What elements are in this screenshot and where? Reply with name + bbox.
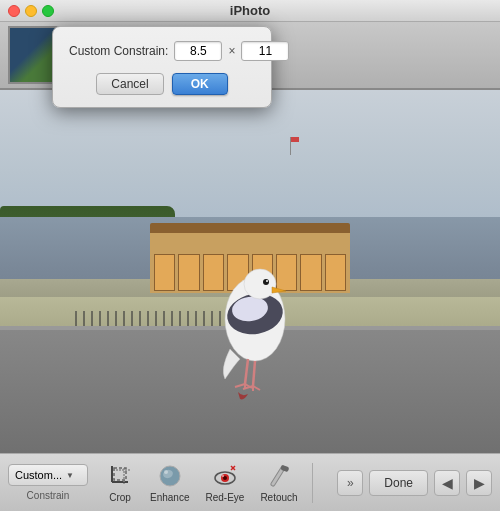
forward-button[interactable]: » <box>337 470 363 496</box>
toolbar-separator <box>312 463 313 503</box>
svg-line-13 <box>253 386 260 390</box>
enhance-label: Enhance <box>150 492 189 503</box>
window-title: iPhoto <box>230 3 270 18</box>
svg-line-7 <box>235 384 245 387</box>
svg-line-30 <box>273 468 283 484</box>
seagull <box>190 209 320 409</box>
redeye-icon <box>211 462 239 490</box>
x-separator: × <box>228 44 235 58</box>
enhance-tool-button[interactable]: Enhance <box>144 459 195 506</box>
flag-banner <box>291 137 299 142</box>
custom-constrain-dialog: Custom Constrain: × Cancel OK <box>52 26 272 108</box>
retouch-label: Retouch <box>260 492 297 503</box>
width-input[interactable] <box>174 41 222 61</box>
retouch-tool-button[interactable]: Retouch <box>254 459 303 506</box>
toolbar: Custom... ▼ Constrain Crop Enhance <box>0 453 500 511</box>
dialog-input-row: Custom Constrain: × <box>69 41 255 61</box>
redeye-label: Red-Eye <box>205 492 244 503</box>
svg-point-25 <box>222 475 224 477</box>
right-arrow-icon: ▶ <box>474 475 485 491</box>
toolbar-right: » Done ◀ ▶ <box>337 470 492 496</box>
photo-area <box>0 90 500 453</box>
close-button[interactable] <box>8 5 20 17</box>
title-bar: iPhoto <box>0 0 500 22</box>
retouch-icon <box>265 462 293 490</box>
forward-icon: » <box>347 476 354 490</box>
next-arrow-button[interactable]: ▶ <box>466 470 492 496</box>
cancel-button[interactable]: Cancel <box>96 73 163 95</box>
svg-line-6 <box>245 359 248 384</box>
flag-pole <box>290 137 291 155</box>
crop-tool-button[interactable]: Crop <box>100 459 140 506</box>
maximize-button[interactable] <box>42 5 54 17</box>
svg-line-28 <box>231 466 233 468</box>
enhance-icon <box>156 462 184 490</box>
dropdown-arrow-icon: ▼ <box>66 471 74 480</box>
constrain-label: Constrain <box>27 490 70 501</box>
redeye-tool-button[interactable]: Red-Eye <box>199 459 250 506</box>
traffic-lights <box>8 5 54 17</box>
svg-point-5 <box>266 280 268 282</box>
crop-icon <box>106 462 134 490</box>
svg-point-3 <box>244 269 276 299</box>
dialog-buttons: Cancel OK <box>69 73 255 95</box>
svg-line-27 <box>233 468 235 470</box>
crop-label: Crop <box>109 492 131 503</box>
dialog-label: Custom Constrain: <box>69 44 168 58</box>
constrain-value: Custom... <box>15 469 62 481</box>
ok-button[interactable]: OK <box>172 73 228 95</box>
svg-line-10 <box>253 361 255 386</box>
photo-canvas <box>0 90 500 453</box>
constrain-dropdown[interactable]: Custom... ▼ <box>8 464 88 486</box>
svg-point-21 <box>164 470 168 474</box>
constrain-section: Custom... ▼ Constrain <box>8 464 88 501</box>
done-button[interactable]: Done <box>369 470 428 496</box>
prev-arrow-button[interactable]: ◀ <box>434 470 460 496</box>
svg-point-4 <box>263 279 269 285</box>
height-input[interactable] <box>241 41 289 61</box>
minimize-button[interactable] <box>25 5 37 17</box>
left-arrow-icon: ◀ <box>442 475 453 491</box>
